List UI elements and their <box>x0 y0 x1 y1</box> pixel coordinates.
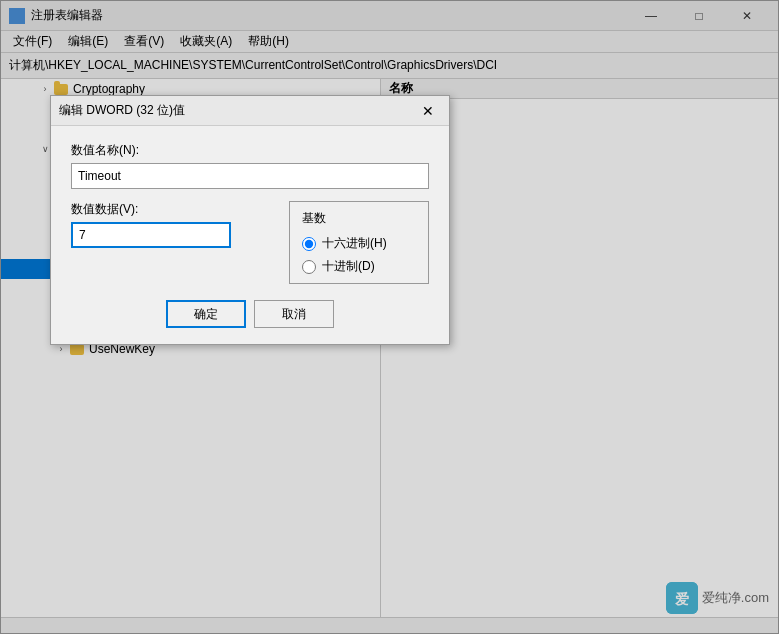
dialog-close-icon: ✕ <box>422 103 434 119</box>
radio-hex-label: 十六进制(H) <box>322 235 387 252</box>
modal-overlay: 编辑 DWORD (32 位)值 ✕ 数值名称(N): 数值数据(V): 基 <box>0 0 779 634</box>
name-input[interactable] <box>71 163 429 189</box>
radio-hex-row: 十六进制(H) <box>302 235 416 252</box>
radio-dec-row: 十进制(D) <box>302 258 416 275</box>
dialog-title-text: 编辑 DWORD (32 位)值 <box>59 102 415 119</box>
base-section: 基数 十六进制(H) 十进制(D) <box>289 201 429 284</box>
radio-dec[interactable] <box>302 260 316 274</box>
dialog-buttons: 确定 取消 <box>71 300 429 328</box>
cancel-button[interactable]: 取消 <box>254 300 334 328</box>
dialog-title-bar: 编辑 DWORD (32 位)值 ✕ <box>51 96 449 126</box>
radio-hex[interactable] <box>302 237 316 251</box>
value-section: 数值数据(V): <box>71 201 273 284</box>
value-label: 数值数据(V): <box>71 201 273 218</box>
name-row: 数值名称(N): <box>71 142 429 189</box>
radio-dec-label: 十进制(D) <box>322 258 375 275</box>
dialog-content: 数值名称(N): 数值数据(V): 基数 十六进制(H) <box>51 126 449 344</box>
edit-dword-dialog: 编辑 DWORD (32 位)值 ✕ 数值名称(N): 数值数据(V): 基 <box>50 95 450 345</box>
base-label: 基数 <box>302 210 416 227</box>
value-base-row: 数值数据(V): 基数 十六进制(H) 十进制(D) <box>71 201 429 284</box>
value-input[interactable] <box>71 222 231 248</box>
name-label: 数值名称(N): <box>71 142 429 159</box>
dialog-close-button[interactable]: ✕ <box>415 98 441 124</box>
ok-button[interactable]: 确定 <box>166 300 246 328</box>
